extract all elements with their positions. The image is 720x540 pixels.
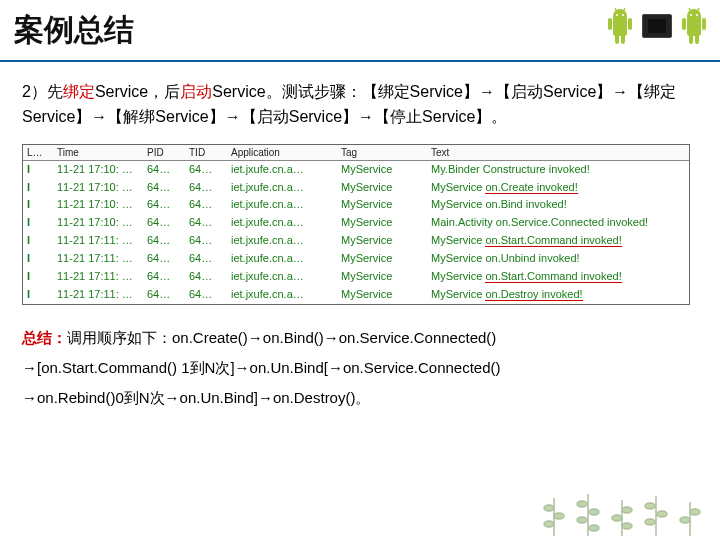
cell-tag: MyService xyxy=(341,269,431,285)
cell-tid: 64… xyxy=(189,269,231,285)
table-header: L… Time PID TID Application Tag Text xyxy=(23,145,689,161)
cell-level: I xyxy=(27,287,57,303)
cell-app: iet.jxufe.cn.a… xyxy=(231,251,341,267)
col-header-time: Time xyxy=(57,147,147,158)
cell-tag: MyService xyxy=(341,162,431,178)
cell-tid: 64… xyxy=(189,233,231,249)
cell-pid: 64… xyxy=(147,269,189,285)
svg-point-38 xyxy=(690,509,700,515)
cell-pid: 64… xyxy=(147,251,189,267)
svg-point-21 xyxy=(544,505,554,511)
cell-level: I xyxy=(27,251,57,267)
table-row: I11-21 17:11: …64…64…iet.jxufe.cn.a…MySe… xyxy=(23,286,689,304)
col-header-tid: TID xyxy=(189,147,231,158)
cell-text-emphasis: on.Start.Command invoked! xyxy=(485,234,621,247)
cell-text: MyService on.Start.Command invoked! xyxy=(431,233,685,249)
cell-text: MyService on.Start.Command invoked! xyxy=(431,269,685,285)
cell-app: iet.jxufe.cn.a… xyxy=(231,180,341,196)
svg-point-36 xyxy=(645,519,655,525)
svg-point-30 xyxy=(622,507,632,513)
summary-line-1: 调用顺序如下：on.Create()→on.Bind()→on.Service.… xyxy=(67,329,496,346)
cell-text-emphasis: on.Destroy invoked! xyxy=(485,288,582,301)
cell-text-a: My.Binder Constructure invoked! xyxy=(431,163,590,175)
cell-text: MyService on.Create invoked! xyxy=(431,180,685,196)
summary-label: 总结： xyxy=(22,329,67,346)
svg-point-31 xyxy=(612,515,622,521)
cell-level: I xyxy=(27,180,57,196)
cell-tid: 64… xyxy=(189,197,231,213)
page-title: 案例总结 xyxy=(14,10,134,51)
cell-pid: 64… xyxy=(147,162,189,178)
cell-time: 11-21 17:11: … xyxy=(57,287,147,303)
log-table: L… Time PID TID Application Tag Text I11… xyxy=(22,144,690,306)
svg-point-39 xyxy=(680,517,690,523)
svg-rect-2 xyxy=(608,18,612,30)
cell-app: iet.jxufe.cn.a… xyxy=(231,215,341,231)
cell-app: iet.jxufe.cn.a… xyxy=(231,162,341,178)
svg-rect-15 xyxy=(695,34,699,44)
svg-point-9 xyxy=(622,14,624,16)
cell-tag: MyService xyxy=(341,215,431,231)
plant-icon xyxy=(540,488,568,536)
mascots xyxy=(606,6,708,48)
cell-tid: 64… xyxy=(189,162,231,178)
svg-rect-1 xyxy=(613,16,627,36)
cell-text-a: MyService xyxy=(431,181,485,193)
cell-text-a: MyService xyxy=(431,288,485,300)
table-row: I11-21 17:10: …64…64…iet.jxufe.cn.a…MySe… xyxy=(23,179,689,197)
cell-app: iet.jxufe.cn.a… xyxy=(231,233,341,249)
summary-line-3: →on.Rebind()0到N次→on.Un.Bind]→on.Destroy(… xyxy=(22,383,698,413)
cell-text: MyService on.Unbind invoked! xyxy=(431,251,685,267)
svg-rect-12 xyxy=(682,18,686,30)
table-row: I11-21 17:10: …64…64…iet.jxufe.cn.a…MySe… xyxy=(23,161,689,179)
svg-rect-14 xyxy=(689,34,693,44)
intro-paragraph: 2）先绑定Service，后启动Service。测试步骤：【绑定Service】… xyxy=(22,80,698,130)
cell-tid: 64… xyxy=(189,215,231,231)
col-header-level: L… xyxy=(27,147,57,158)
intro-t2: Service，后 xyxy=(95,83,180,100)
cell-tag: MyService xyxy=(341,287,431,303)
summary-paragraph: 总结：调用顺序如下：on.Create()→on.Bind()→on.Servi… xyxy=(0,323,720,413)
cell-level: I xyxy=(27,269,57,285)
cell-tag: MyService xyxy=(341,251,431,267)
cell-app: iet.jxufe.cn.a… xyxy=(231,269,341,285)
plant-icon xyxy=(608,488,636,536)
cell-time: 11-21 17:11: … xyxy=(57,269,147,285)
android-icon xyxy=(680,6,708,48)
svg-point-18 xyxy=(690,14,692,16)
svg-point-8 xyxy=(616,14,618,16)
cell-text-emphasis: on.Start.Command invoked! xyxy=(485,270,621,283)
cell-time: 11-21 17:10: … xyxy=(57,197,147,213)
cell-time: 11-21 17:10: … xyxy=(57,215,147,231)
col-header-app: Application xyxy=(231,147,341,158)
cell-level: I xyxy=(27,233,57,249)
cell-level: I xyxy=(27,197,57,213)
cell-text-a: MyService xyxy=(431,234,485,246)
cell-text: MyService on.Bind invoked! xyxy=(431,197,685,213)
svg-rect-4 xyxy=(615,34,619,44)
svg-point-23 xyxy=(544,521,554,527)
svg-rect-13 xyxy=(702,18,706,30)
cell-text-emphasis: on.Create invoked! xyxy=(485,181,577,194)
svg-rect-3 xyxy=(628,18,632,30)
cell-text-a: MyService on.Bind invoked! xyxy=(431,198,567,210)
cell-text-a: MyService on.Unbind invoked! xyxy=(431,252,580,264)
cell-tid: 64… xyxy=(189,287,231,303)
summary-line-2: →[on.Start.Command() 1到N次]→on.Un.Bind[→o… xyxy=(22,353,698,383)
table-row: I11-21 17:10: …64…64…iet.jxufe.cn.a…MySe… xyxy=(23,196,689,214)
table-row: I11-21 17:10: …64…64…iet.jxufe.cn.a…MySe… xyxy=(23,214,689,232)
cell-tag: MyService xyxy=(341,180,431,196)
cell-text-a: MyService xyxy=(431,270,485,282)
col-header-text: Text xyxy=(431,147,685,158)
cell-time: 11-21 17:10: … xyxy=(57,180,147,196)
plants-decoration xyxy=(540,488,704,536)
cell-text-a: Main.Activity on.Service.Connected invok… xyxy=(431,216,648,228)
svg-rect-11 xyxy=(687,16,701,36)
cell-tag: MyService xyxy=(341,197,431,213)
cell-pid: 64… xyxy=(147,180,189,196)
cell-level: I xyxy=(27,215,57,231)
cell-text: MyService on.Destroy invoked! xyxy=(431,287,685,303)
intro-em-1: 绑定 xyxy=(63,83,95,100)
android-icon xyxy=(606,6,634,48)
table-row: I11-21 17:11: …64…64…iet.jxufe.cn.a…MySe… xyxy=(23,268,689,286)
